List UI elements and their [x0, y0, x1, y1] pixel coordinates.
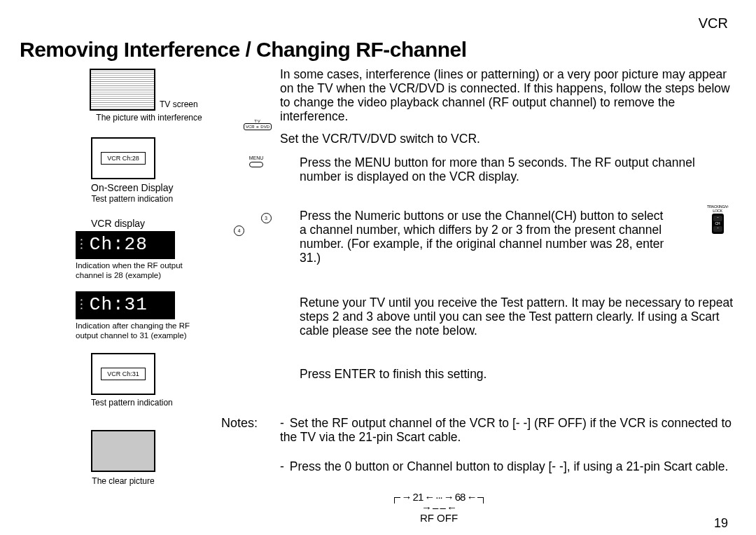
ch-up-icon: ˄: [713, 216, 722, 221]
vcr-segment-display-icon: *** Ch:31: [76, 291, 175, 319]
segment-ch28-text: Ch:28: [90, 234, 148, 256]
rf-range-high: 68: [455, 492, 465, 502]
figure-clear-picture: The clear picture: [91, 430, 155, 486]
figure-segment-ch31: *** Ch:31 Indication after changing the …: [76, 291, 205, 341]
menu-label: MENU: [246, 155, 266, 160]
figure-osd-ch31: VCR Ch:31 Test pattern indication: [91, 353, 173, 408]
segment-ch31-text: Ch:31: [90, 294, 148, 316]
osd-screen-icon: VCR Ch:31: [91, 353, 155, 395]
figure-osd-ch28: VCR Ch:28 On-Screen Display Test pattern…: [91, 137, 174, 204]
test-pattern-label: Test pattern indication: [91, 194, 174, 204]
vcr-tv-dvd-switch-icon: TV VCR ■ DVD: [244, 119, 272, 130]
rf-off-diagram: →21← ··· →68← →– –← RF OFF: [386, 492, 491, 523]
osd-text-ch31: VCR Ch:31: [101, 368, 146, 380]
menu-button-icon: MENU: [246, 155, 266, 169]
numeric-keypad-icon: 3 4: [234, 213, 272, 261]
step-2-text: Press the MENU button for more than 5 se…: [300, 155, 735, 183]
header-product-label: VCR: [699, 15, 728, 32]
page-number: 19: [714, 516, 728, 531]
note-2: -Press the 0 button or Channel button to…: [280, 459, 735, 473]
picture-interference-label: The picture with interference: [90, 113, 209, 123]
step-5-text: Press ENTER to finish this setting.: [300, 367, 735, 381]
osd-text-ch28: VCR Ch:28: [101, 152, 146, 165]
rf-off-label: RF OFF: [386, 513, 491, 523]
switch-vcr-label: VCR: [246, 125, 255, 129]
step-4-text: Retune your TV until you receive the Tes…: [300, 296, 735, 338]
figure-segment-ch28: *** Ch:28 Indication when the RF output …: [76, 231, 205, 281]
rf-range-dots: ···: [435, 492, 442, 502]
note-1: -Set the RF output channel of the VCR to…: [280, 416, 735, 444]
note-2-text: Press the 0 button or Channel button to …: [290, 459, 728, 473]
ch-down-icon: ˅: [713, 226, 722, 232]
segment-ch31-label: Indication after changing the RF output …: [76, 321, 205, 341]
step-3-text: Press the Numeric buttons or use the Cha…: [300, 209, 672, 265]
note-1-text: Set the RF output channel of the VCR to …: [280, 416, 732, 444]
tracking-vlock-icon: TRACKING/V-LOCK ˄ CH ˅: [707, 204, 728, 235]
osd-screen-icon: VCR Ch:28: [91, 137, 155, 179]
tracking-label: TRACKING/V-LOCK: [707, 204, 728, 213]
tv-screen-label: TV screen: [160, 99, 198, 109]
vcr-display-label: VCR display: [91, 218, 145, 229]
rf-off-value: – –: [433, 502, 445, 513]
menu-pill-icon: [249, 162, 263, 167]
intro-paragraph: In some cases, interference (lines or pa…: [280, 67, 735, 124]
clear-tv-icon: [91, 430, 155, 472]
notes-label: Notes:: [221, 416, 258, 431]
vcr-segment-display-icon: *** Ch:28: [76, 231, 175, 259]
figure-tv-interference: TV screen The picture with interference: [90, 69, 209, 123]
page-title: Removing Interference / Changing RF-chan…: [20, 38, 467, 62]
clear-picture-label: The clear picture: [91, 476, 155, 486]
switch-dvd-label: DVD: [260, 125, 270, 129]
tv-interference-icon: [90, 69, 155, 111]
switch-slider-icon: ■: [256, 125, 259, 129]
rf-range-low: 21: [413, 492, 424, 502]
osd-label: On-Screen Display: [91, 182, 174, 194]
key-3: 3: [261, 213, 272, 223]
ch-label: CH: [712, 222, 724, 225]
segment-ch28-label: Indication when the RF output channel is…: [76, 261, 205, 281]
step-1-text: Set the VCR/TV/DVD switch to VCR.: [280, 132, 735, 146]
key-4: 4: [234, 225, 244, 236]
test-pattern-label-2: Test pattern indication: [91, 398, 173, 408]
